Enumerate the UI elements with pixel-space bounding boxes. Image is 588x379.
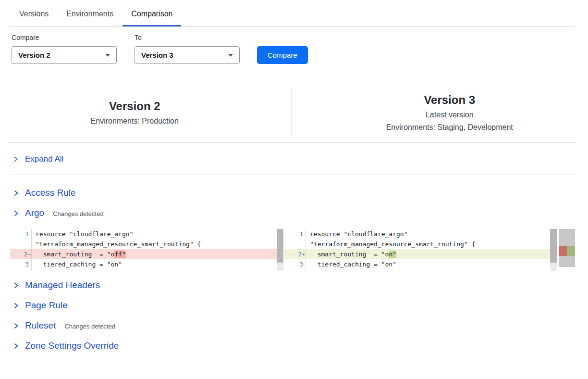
line-number: 3 <box>10 259 32 269</box>
code-text: } <box>306 269 557 271</box>
version-header-left: Version 2 Environments: Production <box>10 93 292 132</box>
line-number: 4 <box>284 269 306 271</box>
changes-detected-badge: Changes detected <box>53 209 104 217</box>
section-zone-settings-override[interactable]: Zone Settings Override <box>13 336 575 356</box>
code-text: tiered_caching = "on" <box>306 259 557 269</box>
expand-all-label: Expand All <box>25 154 63 164</box>
diff-line: 3 tiered_caching = "on" <box>284 259 557 269</box>
section-label: Access Rule <box>25 188 76 198</box>
vertical-scrollbar[interactable] <box>277 229 283 271</box>
added-marker <box>567 246 575 256</box>
compare-to-field: To Version 3 <box>135 34 240 64</box>
left-version-environments: Environments: Production <box>91 116 179 126</box>
right-version-environments: Environments: Staging, Development <box>386 123 513 132</box>
chevron-right-icon <box>13 190 19 196</box>
compare-to-select[interactable]: Version 3 <box>135 46 240 64</box>
changes-detected-badge: Changes detected <box>64 321 115 330</box>
section-page-rule[interactable]: Page Rule <box>13 295 575 316</box>
diff-panel-right: 1 resource "cloudflare_argo" "terraform_… <box>284 229 557 271</box>
diff-line: 4 } <box>284 269 557 271</box>
diff-line: 1 resource "cloudflare_argo" "terraform_… <box>284 229 557 249</box>
compare-from-value: Version 2 <box>18 51 50 59</box>
diff-right-group: 1 resource "cloudflare_argo" "terraform_… <box>284 229 575 271</box>
argo-diff-viewer: 1 resource "cloudflare_argo" "terraform_… <box>10 229 575 271</box>
code-text: smart_routing = "off" <box>32 249 283 259</box>
added-word-highlight: n" <box>389 251 396 258</box>
chevron-right-icon <box>13 210 19 216</box>
version-headers: Version 2 Environments: Production Versi… <box>10 83 575 143</box>
tab-environments[interactable]: Environments <box>58 9 122 26</box>
compare-controls: Compare Version 2 To Version 3 Compare <box>12 34 588 64</box>
chevron-right-icon <box>13 303 19 309</box>
section-label: Ruleset <box>25 320 56 331</box>
section-label: Page Rule <box>25 300 68 311</box>
section-label: Argo <box>25 208 44 218</box>
caret-down-icon <box>228 54 233 57</box>
line-number: 2+ <box>284 249 306 259</box>
right-version-latest: Latest version <box>426 110 474 119</box>
line-number: 1 <box>284 229 306 249</box>
compare-to-value: Version 3 <box>141 51 173 59</box>
expand-all-button[interactable]: Expand All <box>10 143 575 175</box>
chevron-right-icon <box>13 323 19 329</box>
vertical-scrollbar[interactable] <box>550 229 557 271</box>
code-text: tiered_caching = "on" <box>32 259 283 269</box>
diff-line: 4 } <box>10 269 283 271</box>
tab-comparison[interactable]: Comparison <box>122 9 181 26</box>
section-list-upper: Access Rule Argo Changes detected <box>13 183 575 223</box>
compare-from-field: Compare Version 2 <box>12 34 117 64</box>
removed-word-highlight: ff" <box>114 251 125 258</box>
diff-overview-ruler[interactable] <box>559 229 575 267</box>
removed-marker <box>559 246 567 256</box>
diff-line-removed: 2− smart_routing = "off" <box>10 249 283 259</box>
left-version-title: Version 2 <box>109 99 160 113</box>
diff-change-marker <box>559 246 575 256</box>
diff-line: 3 tiered_caching = "on" <box>10 259 283 269</box>
section-argo[interactable]: Argo Changes detected <box>13 203 575 223</box>
tab-versions[interactable]: Versions <box>11 9 57 26</box>
code-text: } <box>32 269 283 271</box>
section-ruleset[interactable]: Ruleset Changes detected <box>13 316 575 336</box>
chevron-right-icon <box>13 343 19 349</box>
section-label: Managed Headers <box>25 280 100 291</box>
code-text: resource "cloudflare_argo" "terraform_ma… <box>32 229 283 249</box>
section-access-rule[interactable]: Access Rule <box>13 183 575 203</box>
line-number: 3 <box>284 259 306 269</box>
code-segment: smart_routing = "o <box>310 251 389 258</box>
diff-line-added: 2+ smart_routing = "on" <box>284 249 557 259</box>
chevron-right-icon <box>13 156 19 162</box>
compare-to-label: To <box>135 34 240 42</box>
scrollbar-thumb[interactable] <box>550 229 557 263</box>
line-number: 4 <box>10 269 32 271</box>
compare-button[interactable]: Compare <box>257 46 308 64</box>
code-text: smart_routing = "on" <box>306 249 557 259</box>
section-list-lower: Managed Headers Page Rule Ruleset Change… <box>13 275 575 356</box>
right-version-title: Version 3 <box>424 93 475 107</box>
line-number: 2− <box>10 249 32 259</box>
chevron-right-icon <box>13 282 19 289</box>
section-managed-headers[interactable]: Managed Headers <box>13 275 575 295</box>
code-text: resource "cloudflare_argo" "terraform_ma… <box>306 229 557 249</box>
line-number: 1 <box>10 229 32 249</box>
section-label: Zone Settings Override <box>25 341 119 351</box>
caret-down-icon <box>105 54 110 57</box>
scrollbar-thumb[interactable] <box>277 229 283 263</box>
tab-bar: Versions Environments Comparison <box>10 0 575 27</box>
compare-from-label: Compare <box>12 34 117 42</box>
diff-line: 1 resource "cloudflare_argo" "terraform_… <box>10 229 283 249</box>
version-header-right: Version 3 Latest version Environments: S… <box>292 93 575 132</box>
diff-panel-left: 1 resource "cloudflare_argo" "terraform_… <box>10 229 283 271</box>
code-segment: smart_routing = "o <box>36 251 114 258</box>
compare-from-select[interactable]: Version 2 <box>12 46 117 64</box>
